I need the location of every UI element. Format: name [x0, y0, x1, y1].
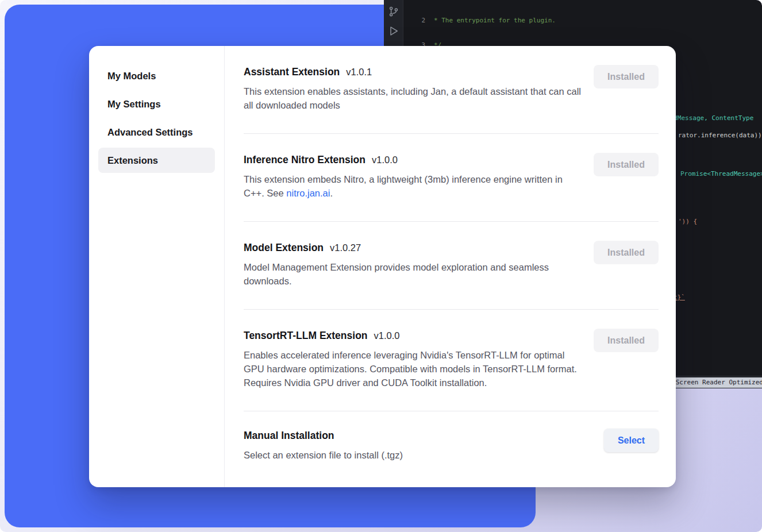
extension-row-inference-nitro: Inference Nitro Extension v1.0.0 This ex… — [244, 134, 659, 222]
manual-installation-description: Select an extension file to install (.tg… — [244, 448, 403, 462]
extension-name: Model Extension — [244, 241, 324, 255]
sidebar-item-my-models[interactable]: My Models — [98, 63, 215, 88]
code-fragment: ')) { — [678, 218, 697, 225]
nitro-jan-ai-link[interactable]: nitro.jan.ai — [286, 188, 330, 198]
desktop-background: 2* The entrypoint for the plugin. 3*/ 4 … — [0, 0, 762, 532]
code-fragment: rator.inference(data)); — [678, 132, 762, 139]
sidebar-item-my-settings[interactable]: My Settings — [98, 91, 215, 117]
extension-description: Enables accelerated inference leveraging… — [244, 348, 583, 390]
installed-button[interactable]: Installed — [594, 329, 659, 352]
extension-version: v1.0.27 — [330, 242, 361, 253]
extension-name: TensortRT-LLM Extension — [244, 329, 368, 342]
extension-description: This extension embeds Nitro, a lightweig… — [244, 172, 583, 200]
installed-button[interactable]: Installed — [594, 153, 659, 176]
installed-button[interactable]: Installed — [594, 65, 659, 88]
extension-name: Assistant Extension — [244, 65, 340, 79]
code-text: * The entrypoint for the plugin. — [434, 17, 556, 24]
extension-name: Inference Nitro Extension — [244, 153, 365, 167]
code-fragment: Promise<ThreadMessage> — [680, 170, 762, 178]
extension-version: v1.0.1 — [346, 67, 372, 78]
manual-installation-row: Manual Installation Select an extension … — [244, 411, 659, 483]
sidebar-item-advanced-settings[interactable]: Advanced Settings — [98, 119, 215, 145]
line-number: 2 — [408, 16, 425, 26]
manual-installation-title: Manual Installation — [244, 429, 334, 442]
extension-row-model: Model Extension v1.0.27 Model Management… — [244, 222, 659, 310]
select-file-button[interactable]: Select — [604, 429, 659, 452]
installed-button[interactable]: Installed — [594, 241, 659, 264]
extensions-panel: Assistant Extension v1.0.1 This extensio… — [225, 46, 676, 487]
extension-row-tensorrt-llm: TensortRT-LLM Extension v1.0.0 Enables a… — [244, 310, 659, 411]
extension-description: This extension enables assistants, inclu… — [244, 84, 583, 112]
description-text: . — [330, 188, 333, 198]
run-debug-icon[interactable] — [388, 25, 399, 37]
settings-modal: My Models My Settings Advanced Settings … — [89, 46, 676, 487]
settings-sidebar: My Models My Settings Advanced Settings … — [89, 46, 225, 487]
extension-row-assistant: Assistant Extension v1.0.1 This extensio… — [244, 46, 659, 134]
extension-version: v1.0.0 — [372, 155, 398, 165]
code-line: 2* The entrypoint for the plugin. — [408, 16, 762, 26]
extension-description: Model Management Extension provides mode… — [244, 260, 583, 288]
extension-version: v1.0.0 — [374, 330, 400, 341]
source-control-icon[interactable] — [388, 6, 399, 17]
sidebar-item-extensions[interactable]: Extensions — [98, 148, 215, 173]
screen-reader-optimized-badge[interactable]: Screen Reader Optimized — [670, 377, 762, 388]
